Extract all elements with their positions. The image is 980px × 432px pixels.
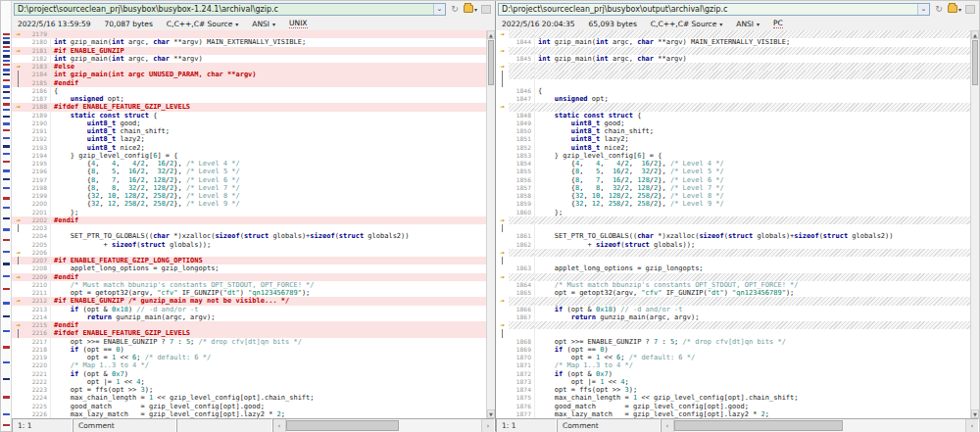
code-text: unsigned opt;	[535, 95, 970, 103]
diff-map-mark[interactable]	[3, 103, 10, 106]
code-row: →2202#endif	[12, 216, 486, 224]
diff-map-mark[interactable]	[3, 153, 10, 155]
chevron-down-icon[interactable]: ⌄	[917, 4, 929, 15]
right-horizontal-scrollbar[interactable]: ‹ ›	[661, 418, 979, 432]
scroll-down-icon[interactable]: ▼	[487, 409, 495, 418]
code-row: 2182int gzip_main(int argc, char **argv)	[12, 55, 486, 63]
line-number: 2197	[24, 176, 51, 184]
line-number: 2201	[24, 209, 51, 216]
left-vscroll-thumb[interactable]	[488, 40, 494, 85]
diff-map-mark[interactable]	[3, 46, 10, 48]
scroll-up-icon[interactable]: ▲	[487, 30, 495, 39]
left-path-combobox[interactable]: D:\project\sourceclean_prj\busybox\busyb…	[14, 3, 446, 16]
diff-map-mark[interactable]	[3, 91, 10, 93]
right-hscroll-thumb[interactable]	[674, 420, 843, 431]
diff-map-mark[interactable]	[3, 207, 10, 209]
left-vertical-scrollbar[interactable]: ▲ ▼	[486, 30, 495, 418]
line-number: 1867	[509, 313, 535, 321]
diff-map-mark[interactable]	[3, 50, 10, 52]
scroll-left-icon[interactable]: ‹	[662, 419, 674, 432]
code-text: /* Must match bbunzip's constants OPT_ST…	[535, 281, 970, 289]
code-row: 1854 {4, 4, 4/2, 16/2}, /* Level 4 */	[496, 160, 970, 168]
line-number: 1859	[509, 200, 535, 208]
diff-map-mark[interactable]	[3, 161, 10, 163]
left-syntax-selector[interactable]: C,C++,C# Source▾	[167, 20, 239, 28]
line-number: 2193	[24, 144, 51, 152]
diff-map-mark[interactable]	[3, 197, 10, 200]
code-row: 2204 SET_PTR_TO_GLOBALS((char *)xzalloc(…	[12, 232, 486, 240]
diff-map-mark[interactable]	[3, 361, 10, 363]
right-syntax-selector[interactable]: C,C++,C# Source▾	[651, 20, 723, 28]
diff-map-mark[interactable]	[3, 228, 10, 231]
line-number: 2207	[24, 257, 51, 264]
diff-map-mark[interactable]	[3, 60, 10, 62]
code-row: 2222 opt |= 1 << 4;	[12, 378, 486, 386]
line-number	[509, 30, 535, 38]
code-text	[51, 30, 486, 38]
right-cursor-position: 1: 1	[496, 418, 557, 432]
diff-map-mark[interactable]	[3, 346, 10, 349]
scroll-right-icon[interactable]: ›	[965, 419, 978, 432]
diff-map-mark[interactable]	[3, 109, 10, 111]
diff-map-mark[interactable]	[3, 69, 10, 72]
right-eol-style[interactable]: PC	[773, 19, 783, 28]
left-eol-style[interactable]: UNIX	[289, 19, 307, 28]
line-number: 2225	[24, 403, 51, 410]
line-number: 2186	[24, 87, 51, 95]
diff-map-mark[interactable]	[3, 187, 10, 189]
scroll-down-icon[interactable]: ▼	[971, 409, 979, 418]
refresh-icon[interactable]: ↻	[448, 3, 462, 16]
right-file-path: D:\project\sourceclean_prj\busybox\outpu…	[499, 5, 917, 14]
code-row: 1869 if (opt == 0)	[496, 346, 970, 354]
diff-map-mark[interactable]	[3, 424, 10, 426]
diff-map-mark[interactable]	[3, 37, 10, 39]
scroll-left-icon[interactable]: ‹	[273, 419, 286, 432]
diff-map-mark[interactable]	[3, 251, 10, 253]
code-row: 2196 {8, 5, 16/2, 32/2}, /* Level 5 */	[12, 168, 486, 175]
diff-map-mark[interactable]	[3, 85, 10, 88]
diff-map-mark[interactable]	[3, 315, 10, 317]
diff-map-mark[interactable]	[3, 217, 10, 219]
line-number: 2189	[24, 112, 51, 120]
right-encoding-selector[interactable]: ANSI▾	[736, 20, 760, 28]
line-number: 2220	[24, 361, 51, 369]
code-text	[535, 47, 970, 55]
diff-map-mark[interactable]	[3, 378, 10, 380]
diff-map-mark[interactable]	[3, 330, 10, 332]
diff-location-pane[interactable]	[1, 1, 12, 431]
open-folder-icon[interactable]: ▾	[464, 3, 477, 16]
diff-map-mark[interactable]	[3, 64, 10, 66]
chevron-down-icon[interactable]: ⌄	[433, 4, 445, 15]
diff-map-mark[interactable]	[3, 116, 10, 118]
diff-map-mark[interactable]	[3, 302, 10, 305]
diff-map-mark[interactable]	[3, 413, 10, 415]
diff-map-mark[interactable]	[3, 288, 10, 290]
diff-map-mark[interactable]	[3, 145, 10, 148]
code-row: 2214 return gunzip_main(argc, argv);	[12, 313, 486, 321]
diff-map-mark[interactable]	[3, 33, 10, 35]
right-vertical-scrollbar[interactable]: ▲ ▼	[970, 30, 979, 418]
diff-map-mark[interactable]	[3, 263, 10, 265]
diff-map-mark[interactable]	[3, 275, 10, 277]
right-vscroll-thumb[interactable]	[972, 40, 978, 85]
right-path-combobox[interactable]: D:\project\sourceclean_prj\busybox\outpu…	[498, 3, 930, 16]
diff-map-mark[interactable]	[3, 73, 10, 75]
open-folder-icon[interactable]: ▾	[948, 3, 961, 16]
left-hscroll-thumb[interactable]	[286, 420, 399, 431]
scroll-up-icon[interactable]: ▲	[971, 30, 979, 39]
left-horizontal-scrollbar[interactable]: ‹ ›	[272, 418, 495, 432]
left-encoding-selector[interactable]: ANSI▾	[252, 20, 275, 28]
diff-map-mark[interactable]	[3, 169, 10, 172]
diff-map-mark[interactable]	[3, 41, 10, 44]
diff-map-mark[interactable]	[3, 79, 10, 81]
diff-map-mark[interactable]	[3, 178, 10, 180]
diff-map-mark[interactable]	[3, 97, 10, 99]
diff-map-mark[interactable]	[3, 396, 10, 399]
diff-map-mark[interactable]	[3, 239, 10, 241]
diff-map-mark[interactable]	[3, 137, 10, 139]
refresh-icon[interactable]: ↻	[932, 3, 946, 16]
scroll-right-icon[interactable]: ›	[481, 419, 494, 432]
diff-map-mark[interactable]	[3, 55, 10, 58]
diff-map-mark[interactable]	[3, 129, 10, 131]
diff-map-mark[interactable]	[3, 122, 10, 125]
